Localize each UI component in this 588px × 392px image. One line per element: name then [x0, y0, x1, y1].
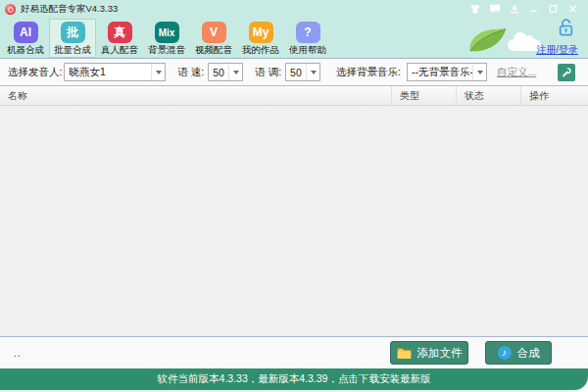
toolbar-badge-icon: Mix: [155, 22, 179, 43]
toolbar-item-label: 真人配音: [101, 44, 138, 57]
voice-label: 选择发音人:: [8, 66, 62, 79]
add-file-label: 添加文件: [417, 346, 463, 361]
toolbar-item-0[interactable]: AI机器合成: [2, 19, 49, 58]
titlebar: 好易迅配音专家V4.3.33: [0, 0, 588, 18]
tone-select-value: 50: [286, 67, 306, 78]
version-status-text: 软件当前版本4.3.33，最新版本4.3.39，点击下载安装最新版: [158, 372, 431, 386]
music-note-icon: ♪: [498, 346, 512, 360]
toolbar-badge-icon: V: [202, 22, 226, 43]
settings-wrench-button[interactable]: [558, 64, 575, 81]
window-title: 好易迅配音专家V4.3.33: [21, 3, 118, 16]
speed-select-value: 50: [209, 67, 228, 78]
feedback-icon[interactable]: [488, 4, 501, 15]
toolbar-item-5[interactable]: My我的作品: [237, 19, 284, 58]
minimize-icon[interactable]: [527, 4, 540, 15]
login-area: 注册/登录: [536, 19, 578, 57]
app-window: 好易迅配音专家V4.3.33 AI机器合成批批量合成真真人配音Mix背景混音: [0, 0, 588, 392]
voice-select[interactable]: 晓燕女1: [64, 63, 166, 81]
bgm-select-value: --无背景音乐--: [408, 66, 472, 79]
toolbar-item-3[interactable]: Mix背景混音: [143, 19, 190, 58]
window-controls: [468, 4, 588, 15]
footer-ellipsis: ..: [14, 348, 22, 359]
column-header: 状态: [457, 86, 521, 105]
file-table-body: [0, 106, 588, 336]
column-header: 类型: [392, 86, 457, 105]
toolbar-badge-icon: AI: [14, 22, 38, 43]
toolbar-item-label: 机器合成: [7, 44, 44, 57]
toolbar-item-2[interactable]: 真真人配音: [96, 19, 143, 58]
chevron-down-icon: [472, 64, 486, 80]
column-header: 名称: [0, 86, 392, 105]
bgm-label: 选择背景音乐:: [336, 66, 401, 79]
toolbar-item-1[interactable]: 批批量合成: [49, 19, 96, 58]
chevron-down-icon: [306, 64, 319, 80]
synthesize-label: 合成: [517, 346, 540, 361]
toolbar-item-4[interactable]: V视频配音: [190, 19, 237, 58]
main-toolbar: AI机器合成批批量合成真真人配音Mix背景混音V视频配音My我的作品?使用帮助 …: [0, 18, 588, 59]
toolbar-item-label: 我的作品: [242, 44, 279, 57]
toolbar-badge-icon: 批: [61, 22, 85, 43]
skin-icon[interactable]: [468, 4, 481, 15]
toolbar-badge-icon: My: [249, 22, 273, 43]
settings-row: 选择发音人: 晓燕女1 语 速: 50 语 调: 50 选择背景音乐: --无背…: [0, 59, 588, 86]
toolbar-items: AI机器合成批批量合成真真人配音Mix背景混音V视频配音My我的作品?使用帮助: [2, 18, 331, 58]
toolbar-item-label: 批量合成: [54, 44, 91, 57]
toolbar-badge-icon: 真: [108, 22, 132, 43]
app-logo-icon: [5, 4, 16, 15]
status-bar[interactable]: 软件当前版本4.3.33，最新版本4.3.39，点击下载安装最新版: [0, 368, 588, 390]
column-header: 操作: [521, 86, 588, 105]
file-table-header: 名称类型状态操作: [0, 86, 588, 106]
footer-bar: .. 添加文件 ♪ 合成: [0, 336, 588, 368]
maximize-icon[interactable]: [547, 4, 560, 15]
toolbar-badge-icon: ?: [296, 22, 320, 43]
toolbar-item-label: 使用帮助: [289, 44, 326, 57]
speed-label: 语 速:: [177, 66, 204, 79]
synthesize-button[interactable]: ♪ 合成: [485, 341, 552, 365]
tone-select[interactable]: 50: [285, 63, 320, 81]
lock-icon[interactable]: [558, 19, 574, 38]
wrench-icon: [561, 67, 572, 78]
toolbar-decoration-area: 注册/登录: [468, 18, 588, 59]
close-icon[interactable]: [566, 4, 579, 15]
register-login-link[interactable]: 注册/登录: [536, 44, 578, 55]
chevron-down-icon: [151, 64, 165, 80]
toolbar-item-6[interactable]: ?使用帮助: [284, 19, 331, 58]
custom-bgm-link[interactable]: 自定义...: [497, 66, 536, 79]
bgm-select[interactable]: --无背景音乐--: [407, 63, 487, 81]
toolbar-item-label: 背景混音: [148, 44, 185, 57]
voice-select-value: 晓燕女1: [65, 66, 151, 79]
speed-select[interactable]: 50: [208, 63, 243, 81]
add-file-button[interactable]: 添加文件: [390, 341, 468, 365]
chevron-down-icon: [228, 64, 242, 80]
toolbar-item-label: 视频配音: [195, 44, 232, 57]
folder-icon: [397, 347, 412, 359]
dropdown-icon[interactable]: [508, 4, 520, 15]
tone-label: 语 调:: [255, 66, 281, 79]
